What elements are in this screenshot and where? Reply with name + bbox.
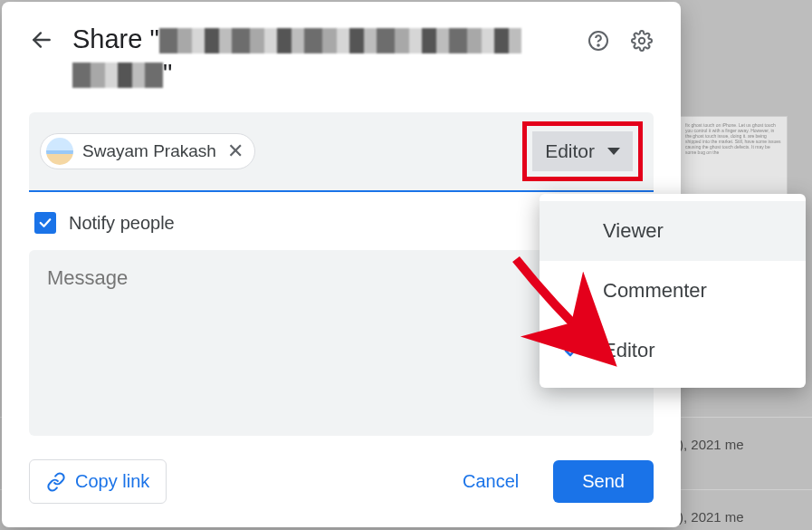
dropdown-option-commenter[interactable]: Commenter bbox=[540, 261, 806, 321]
svg-point-3 bbox=[639, 38, 645, 43]
title-suffix: " bbox=[163, 59, 172, 88]
copy-link-button[interactable]: Copy link bbox=[29, 459, 167, 504]
dropdown-option-editor[interactable]: Editor bbox=[540, 321, 806, 381]
avatar bbox=[46, 138, 73, 165]
role-label: Editor bbox=[545, 140, 595, 162]
role-dropdown-button[interactable]: Editor bbox=[532, 131, 633, 171]
header-icons bbox=[587, 29, 654, 53]
send-button[interactable]: Send bbox=[553, 460, 654, 503]
dropdown-label: Commenter bbox=[603, 279, 707, 303]
bg-thumbnail: fix ghost touch on iPhone. Let us ghost … bbox=[679, 116, 788, 207]
check-placeholder bbox=[561, 280, 583, 302]
dialog-title: Share " " bbox=[72, 22, 568, 91]
dialog-header: Share " " bbox=[29, 22, 654, 91]
role-dropdown-menu: Viewer Commenter Editor bbox=[540, 194, 806, 388]
role-button-highlight: Editor bbox=[522, 121, 643, 181]
copy-link-label: Copy link bbox=[75, 471, 149, 492]
notify-checkbox[interactable] bbox=[34, 212, 56, 234]
back-arrow-icon[interactable] bbox=[29, 27, 54, 53]
person-chip: Swayam Prakash ✕ bbox=[40, 133, 255, 169]
dropdown-label: Editor bbox=[603, 339, 654, 362]
svg-point-2 bbox=[597, 44, 599, 46]
caret-down-icon bbox=[607, 148, 620, 155]
check-placeholder bbox=[561, 220, 583, 242]
title-prefix: Share " bbox=[72, 24, 159, 53]
dropdown-label: Viewer bbox=[603, 219, 664, 243]
people-input-row[interactable]: Swayam Prakash ✕ Editor bbox=[29, 112, 654, 192]
message-placeholder: Message bbox=[47, 266, 128, 289]
help-icon[interactable] bbox=[587, 29, 610, 53]
person-name: Swayam Prakash bbox=[82, 141, 216, 161]
dialog-footer: Copy link Cancel Send bbox=[29, 436, 654, 504]
dropdown-option-viewer[interactable]: Viewer bbox=[540, 201, 806, 261]
cancel-button[interactable]: Cancel bbox=[441, 460, 540, 503]
gear-icon[interactable] bbox=[630, 29, 654, 53]
notify-label: Notify people bbox=[69, 213, 175, 234]
remove-chip-icon[interactable]: ✕ bbox=[225, 140, 245, 163]
check-icon bbox=[561, 340, 583, 361]
